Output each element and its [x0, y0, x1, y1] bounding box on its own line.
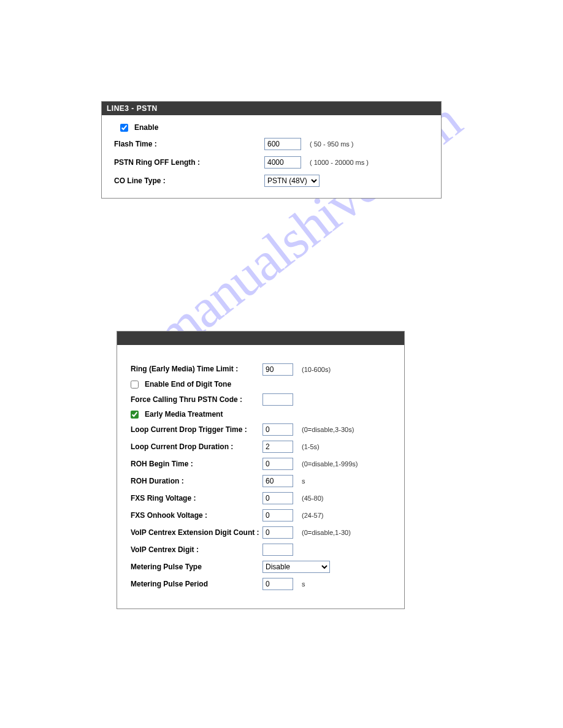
centrex-digit-row: VoIP Centrex Digit : — [131, 544, 391, 556]
roh-duration-input[interactable] — [262, 475, 293, 487]
flash-time-label: Flash Time : — [114, 140, 264, 148]
ring-off-length-input[interactable] — [264, 156, 301, 169]
fxs-onhook-voltage-row: FXS Onhook Voltage : (24-57) — [131, 509, 391, 521]
fxs-ring-voltage-row: FXS Ring Voltage : (45-80) — [131, 492, 391, 504]
force-pstn-code-row: Force Calling Thru PSTN Code : — [131, 393, 391, 406]
flash-time-row: Flash Time : ( 50 - 950 ms ) — [114, 138, 429, 150]
co-line-type-label: CO Line Type : — [114, 177, 264, 185]
flash-time-input[interactable] — [264, 138, 301, 150]
panel-header — [117, 332, 404, 345]
fxs-ring-voltage-label: FXS Ring Voltage : — [131, 495, 262, 502]
enable-row: Enable — [120, 124, 429, 132]
centrex-digit-input[interactable] — [262, 544, 293, 556]
early-media-treatment-checkbox[interactable] — [131, 411, 139, 419]
ring-off-length-row: PSTN Ring OFF Length : ( 1000 - 20000 ms… — [114, 156, 429, 169]
ring-time-limit-label: Ring (Early Media) Time Limit : — [131, 365, 262, 373]
roh-begin-input[interactable] — [262, 458, 293, 470]
metering-pulse-period-label: Metering Pulse Period — [131, 580, 262, 588]
enable-label: Enable — [134, 124, 158, 132]
roh-duration-hint: s — [302, 477, 305, 485]
metering-pulse-type-select[interactable]: Disable — [262, 561, 330, 573]
fxs-ring-voltage-input[interactable] — [262, 492, 293, 504]
fxs-onhook-voltage-hint: (24-57) — [302, 512, 323, 519]
centrex-digit-label: VoIP Centrex Digit : — [131, 546, 262, 554]
ring-off-length-label: PSTN Ring OFF Length : — [114, 159, 264, 167]
end-of-digit-tone-label: Enable End of Digit Tone — [145, 381, 231, 389]
metering-pulse-period-row: Metering Pulse Period s — [131, 578, 391, 590]
metering-pulse-period-hint: s — [302, 580, 305, 588]
fxs-onhook-voltage-input[interactable] — [262, 509, 293, 521]
metering-pulse-period-input[interactable] — [262, 578, 293, 590]
fxs-onhook-voltage-label: FXS Onhook Voltage : — [131, 512, 262, 520]
loop-trigger-hint: (0=disable,3-30s) — [302, 426, 354, 433]
centrex-digit-count-label: VoIP Centrex Extension Digit Count : — [131, 529, 262, 537]
co-line-type-row: CO Line Type : PSTN (48V) — [114, 175, 429, 187]
panel-body: Ring (Early Media) Time Limit : (10-600s… — [117, 345, 404, 609]
ring-off-length-hint: ( 1000 - 20000 ms ) — [310, 159, 369, 166]
enable-checkbox[interactable] — [120, 124, 128, 132]
panel-advanced: Ring (Early Media) Time Limit : (10-600s… — [117, 331, 405, 609]
panel-line3-pstn: LINE3 - PSTN Enable Flash Time : ( 50 - … — [101, 101, 442, 199]
roh-duration-row: ROH Duration : s — [131, 475, 391, 487]
roh-duration-label: ROH Duration : — [131, 477, 262, 485]
roh-begin-label: ROH Begin Time : — [131, 460, 262, 468]
loop-trigger-label: Loop Current Drop Trigger Time : — [131, 426, 262, 434]
early-media-treatment-row: Early Media Treatment — [131, 411, 391, 419]
metering-pulse-type-label: Metering Pulse Type — [131, 563, 262, 571]
fxs-ring-voltage-hint: (45-80) — [302, 495, 323, 502]
end-of-digit-tone-row: Enable End of Digit Tone — [131, 381, 391, 389]
metering-pulse-type-row: Metering Pulse Type Disable — [131, 561, 391, 573]
force-pstn-code-input[interactable] — [262, 393, 293, 406]
panel-body: Enable Flash Time : ( 50 - 950 ms ) PSTN… — [102, 115, 441, 198]
roh-begin-row: ROH Begin Time : (0=disable,1-999s) — [131, 458, 391, 470]
loop-trigger-row: Loop Current Drop Trigger Time : (0=disa… — [131, 423, 391, 436]
centrex-digit-count-hint: (0=disable,1-30) — [302, 529, 351, 536]
early-media-treatment-label: Early Media Treatment — [145, 411, 223, 419]
ring-time-limit-input[interactable] — [262, 363, 293, 376]
roh-begin-hint: (0=disable,1-999s) — [302, 460, 358, 468]
loop-duration-row: Loop Current Drop Duration : (1-5s) — [131, 441, 391, 453]
ring-time-limit-hint: (10-600s) — [302, 366, 331, 373]
loop-duration-label: Loop Current Drop Duration : — [131, 443, 262, 451]
loop-trigger-input[interactable] — [262, 423, 293, 436]
co-line-type-select[interactable]: PSTN (48V) — [264, 175, 320, 187]
end-of-digit-tone-checkbox[interactable] — [131, 381, 139, 389]
force-pstn-code-label: Force Calling Thru PSTN Code : — [131, 396, 262, 404]
ring-time-limit-row: Ring (Early Media) Time Limit : (10-600s… — [131, 363, 391, 376]
centrex-digit-count-input[interactable] — [262, 526, 293, 539]
loop-duration-hint: (1-5s) — [302, 443, 320, 450]
loop-duration-input[interactable] — [262, 441, 293, 453]
flash-time-hint: ( 50 - 950 ms ) — [310, 140, 354, 148]
centrex-digit-count-row: VoIP Centrex Extension Digit Count : (0=… — [131, 526, 391, 539]
panel-header: LINE3 - PSTN — [102, 102, 441, 115]
